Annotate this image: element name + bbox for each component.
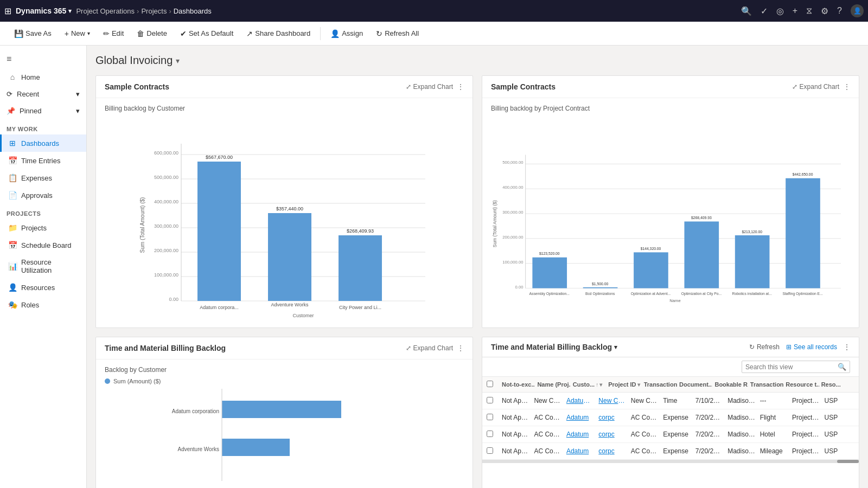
app-chevron-icon[interactable]: ▾ bbox=[68, 8, 72, 15]
sidebar-item-home[interactable]: ⌂ Home bbox=[0, 68, 86, 86]
cell-customer-3[interactable]: Adatum bbox=[564, 445, 596, 457]
share-dashboard-button[interactable]: ↗ Share Dashboard bbox=[241, 27, 316, 41]
col-header-transaction[interactable]: Transaction... ▾ bbox=[642, 379, 677, 390]
user-avatar[interactable]: 👤 bbox=[851, 4, 864, 17]
assign-button[interactable]: 👤 Assign bbox=[325, 27, 368, 41]
svg-text:$268,409.93: $268,409.93 bbox=[347, 228, 374, 234]
new-dropdown-icon[interactable]: ▾ bbox=[87, 30, 90, 36]
delete-button[interactable]: 🗑 Delete bbox=[131, 27, 173, 41]
grid-menu-icon[interactable]: ⊞ bbox=[4, 6, 11, 16]
table-title-chevron-icon[interactable]: ▾ bbox=[614, 344, 617, 351]
table-scrollbar[interactable] bbox=[482, 460, 859, 463]
page-title-chevron-icon[interactable]: ▾ bbox=[176, 56, 180, 65]
table-column-headers: Not-to-exc... ▾ Name (Proj... ▾ Custo...… bbox=[482, 377, 859, 393]
col-header-project-id[interactable]: Project ID ▾ bbox=[606, 379, 641, 390]
cell-document-3: 7/20/2020 bbox=[693, 445, 725, 457]
svg-text:600,000.00: 600,000.00 bbox=[154, 150, 178, 156]
chart-1-title: Sample Contracts bbox=[105, 82, 169, 91]
top-navigation: ⊞ Dynamics 365 ▾ Project Operations › Pr… bbox=[0, 0, 868, 22]
sidebar-toggle-button[interactable]: ≡ bbox=[0, 50, 86, 68]
sidebar-item-projects[interactable]: 📁 Projects bbox=[0, 219, 86, 236]
sidebar-item-recent[interactable]: ⟳ Recent ▾ bbox=[0, 86, 86, 102]
chart-2-expand-button[interactable]: ⤢ Expand Chart bbox=[792, 83, 839, 91]
sidebar-item-pinned[interactable]: 📌 Pinned ▾ bbox=[0, 102, 86, 119]
see-all-records-button[interactable]: ⊞ See all records bbox=[786, 343, 837, 351]
search-icon[interactable]: 🔍 bbox=[741, 6, 752, 16]
svg-text:Adventure Works: Adventure Works bbox=[271, 302, 309, 307]
table-more-icon[interactable]: ⋮ bbox=[844, 343, 850, 351]
sidebar-item-expenses[interactable]: 📋 Expenses bbox=[0, 169, 86, 187]
col-header-reso[interactable]: Reso... bbox=[819, 379, 854, 390]
row-checkbox-0[interactable] bbox=[487, 397, 500, 405]
sidebar-item-time-entries[interactable]: 📅 Time Entries bbox=[0, 152, 86, 169]
col-header-document[interactable]: Document... ▾ bbox=[677, 379, 712, 390]
person-assign-icon: 👤 bbox=[330, 29, 340, 38]
sidebar-item-resources[interactable]: 👤 Resources bbox=[0, 279, 86, 296]
new-button[interactable]: + New ▾ bbox=[59, 27, 95, 41]
col-header-trans-type[interactable]: Transaction... ▾ bbox=[748, 379, 783, 390]
chart-1-expand-button[interactable]: ⤢ Expand Chart bbox=[406, 83, 453, 91]
table-search-box: 🔍 bbox=[742, 361, 850, 373]
cell-customer-0[interactable]: Adatum corpc bbox=[564, 395, 596, 407]
sidebar-item-roles[interactable]: 🎭 Roles bbox=[0, 296, 86, 313]
help-icon[interactable]: ? bbox=[837, 6, 842, 16]
svg-text:300,000.00: 300,000.00 bbox=[154, 223, 178, 229]
search-input[interactable] bbox=[745, 363, 835, 371]
edit-button[interactable]: ✏ Edit bbox=[98, 27, 129, 41]
approvals-icon: 📄 bbox=[8, 191, 17, 200]
table-refresh-button[interactable]: ↻ Refresh bbox=[749, 343, 780, 351]
main-content: Global Invoicing ▾ Sample Contracts ⤢ Ex… bbox=[87, 46, 868, 488]
checkmark-icon[interactable]: ✓ bbox=[761, 6, 768, 16]
chart-2-header: Sample Contracts ⤢ Expand Chart ⋮ bbox=[482, 76, 859, 98]
expand-icon-3: ⤢ bbox=[406, 344, 411, 352]
filter-icon[interactable]: ⧖ bbox=[806, 6, 812, 16]
search-table-icon[interactable]: 🔍 bbox=[838, 363, 846, 371]
expenses-icon: 📋 bbox=[8, 174, 17, 182]
location-icon[interactable]: ◎ bbox=[776, 6, 784, 16]
sidebar-item-approvals[interactable]: 📄 Approvals bbox=[0, 187, 86, 204]
col-header-resource-type[interactable]: Resource t... ▾ bbox=[783, 379, 819, 390]
cell-project-id-0: New College bbox=[629, 395, 661, 407]
col-header-customer[interactable]: Custo... ↑ ▾ bbox=[571, 379, 606, 390]
chart-2-title: Sample Contracts bbox=[491, 82, 556, 91]
backlog-bar-1 bbox=[222, 401, 341, 418]
row-checkbox-1[interactable] bbox=[487, 414, 500, 422]
svg-rect-41 bbox=[634, 252, 668, 288]
add-icon[interactable]: + bbox=[793, 6, 797, 16]
chart-2-svg: Sum (Total Amount) ($) 0.00 100,000.00 2… bbox=[491, 117, 850, 317]
cell-name-1: AC Connect bbox=[532, 412, 564, 423]
schedule-board-icon: 📅 bbox=[8, 241, 17, 249]
svg-text:Assembly Optimization...: Assembly Optimization... bbox=[529, 292, 570, 296]
settings-icon[interactable]: ⚙ bbox=[821, 6, 828, 16]
col-header-name[interactable]: Name (Proj... ▾ bbox=[535, 379, 570, 390]
col-header-not-to-exc[interactable]: Not-to-exc... ▾ bbox=[500, 379, 535, 390]
row-checkbox-3[interactable] bbox=[487, 447, 500, 455]
sidebar-item-dashboards[interactable]: ⊞ Dashboards bbox=[0, 134, 86, 152]
chart-3-expand-button[interactable]: ⤢ Expand Chart bbox=[406, 344, 453, 352]
refresh-all-button[interactable]: ↻ Refresh All bbox=[371, 27, 424, 41]
cell-customer-link-0[interactable]: New College bbox=[596, 395, 628, 407]
chart-1-more-icon[interactable]: ⋮ bbox=[457, 83, 464, 91]
cell-project-id-3: AC Connect Pr bbox=[629, 445, 661, 457]
cell-customer-link-2[interactable]: corpc bbox=[596, 428, 628, 440]
set-default-button[interactable]: ✔ Set As Default bbox=[175, 27, 239, 41]
cell-not-to-exc-2: Not Applic... bbox=[500, 428, 532, 440]
cell-customer-link-3[interactable]: corpc bbox=[596, 445, 628, 457]
row-checkbox-2[interactable] bbox=[487, 431, 500, 439]
sidebar-item-schedule-board[interactable]: 📅 Schedule Board bbox=[0, 236, 86, 254]
cell-customer-link-1[interactable]: corpc bbox=[596, 412, 628, 423]
svg-text:$442,650.00: $442,650.00 bbox=[793, 172, 813, 176]
svg-text:$213,120.00: $213,120.00 bbox=[742, 230, 762, 234]
col-header-bookable[interactable]: Bookable R... ▾ bbox=[712, 379, 748, 390]
save-as-button[interactable]: 💾 Save As bbox=[9, 27, 57, 41]
select-all-checkbox[interactable] bbox=[487, 381, 500, 388]
svg-text:Optimization at City Po...: Optimization at City Po... bbox=[681, 292, 722, 296]
sidebar-item-resource-utilization[interactable]: 📊 Resource Utilization bbox=[0, 254, 86, 279]
cell-resource-type-1: Project Manag bbox=[790, 412, 822, 423]
cell-customer-2[interactable]: Adatum bbox=[564, 428, 596, 440]
projects-icon: 📁 bbox=[8, 223, 17, 232]
chart-3-more-icon[interactable]: ⋮ bbox=[457, 344, 464, 352]
cell-customer-1[interactable]: Adatum bbox=[564, 412, 596, 423]
chart-2-more-icon[interactable]: ⋮ bbox=[844, 83, 850, 91]
app-name[interactable]: Dynamics 365 ▾ bbox=[16, 7, 72, 15]
